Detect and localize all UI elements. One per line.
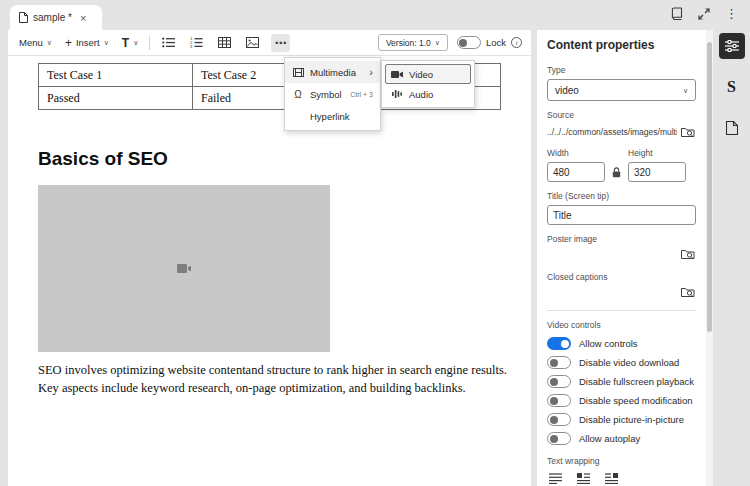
panel-scrollbar[interactable] [706,30,713,486]
text-wrapping-label: Text wrapping [547,456,696,466]
content-properties-rail-button[interactable] [719,33,745,59]
page-icon [19,12,28,23]
more-options-button[interactable]: ⋯ [271,34,290,52]
close-icon[interactable]: × [80,12,86,24]
toolbar-separator [149,36,150,50]
document-outline-icon [726,121,738,135]
document-tab[interactable]: sample * × [10,5,102,30]
chevron-down-icon: ∨ [435,39,440,46]
panel-title: Content properties [547,38,696,52]
scrollbar-thumb[interactable] [707,42,712,332]
disable-fullscreen-toggle[interactable] [547,375,571,388]
symbols-rail-button[interactable]: S [719,74,745,100]
chevron-down-icon: ∨ [683,87,688,94]
allow-autoplay-toggle[interactable] [547,432,571,445]
lock-toggle[interactable] [457,36,481,49]
toggle-row-disable-download: Disable video download [547,353,696,372]
insert-button-label: Insert [76,37,100,48]
video-icon [391,70,403,79]
poster-image-label: Poster image [547,234,696,244]
allow-controls-toggle[interactable] [547,337,571,350]
disable-download-toggle[interactable] [547,356,571,369]
submenu-item-audio[interactable]: Audio [385,84,471,104]
submenu-item-label: Audio [409,89,433,100]
toggle-label: Disable video download [579,357,679,368]
window-actions: ⋮ [671,7,738,20]
menu-item-multimedia[interactable]: Multimedia › [285,61,380,83]
submenu-item-video[interactable]: Video [385,64,471,84]
disable-speed-toggle[interactable] [547,394,571,407]
menu-button-label: Menu [19,37,43,48]
height-input[interactable] [628,162,686,182]
info-icon[interactable]: i [511,37,522,48]
menu-item-hyperlink[interactable]: Hyperlink [285,105,380,127]
browse-icon[interactable] [681,248,696,264]
right-rail: S [713,33,750,141]
menu-button[interactable]: Menu ∨ [17,34,54,52]
version-dropdown[interactable]: Version: 1.0 ∨ [378,34,448,51]
fullscreen-icon[interactable] [698,8,710,20]
toggle-row-disable-speed: Disable speed modification [547,391,696,410]
toggle-label: Allow controls [579,338,638,349]
chevron-down-icon: ∨ [104,39,109,46]
numbered-list-icon: 123 [190,37,203,48]
more-vertical-icon[interactable]: ⋮ [725,7,738,20]
table-cell[interactable]: Passed [39,87,193,110]
media-placeholder-icon [176,262,192,275]
table-icon [218,37,231,48]
more-horizontal-icon: ⋯ [275,37,287,49]
source-field: ../../../common/assets/images/multi... [547,124,696,140]
submenu-item-label: Video [409,69,433,80]
tab-bar: sample * × ⋮ [0,0,750,30]
text-format-button[interactable]: T ∨ [120,34,140,52]
menu-item-symbol[interactable]: Ω Symbol Ctrl + 3 [285,83,380,105]
editor-toolbar: Menu ∨ + Insert ∨ T ∨ 123 ⋯ Version: 1.0… [8,30,531,56]
plus-icon: + [65,37,72,49]
version-label: Version: 1.0 [386,38,431,48]
menu-item-label: Hyperlink [310,111,350,122]
document-paragraph[interactable]: SEO involves optimizing website contenta… [38,361,516,397]
disable-pip-toggle[interactable] [547,413,571,426]
table-cell[interactable]: Test Case 1 [39,64,193,87]
type-label: Type [547,65,696,75]
wrap-left-icon[interactable] [575,471,591,485]
type-select[interactable]: video ∨ [547,79,696,101]
menu-item-label: Symbol [310,89,342,100]
document-rail-button[interactable] [719,115,745,141]
menu-item-label: Multimedia [310,67,356,78]
wrap-right-icon[interactable] [603,471,619,485]
document-heading[interactable]: Basics of SEO [38,148,168,170]
source-path[interactable]: ../../../common/assets/images/multi... [547,127,677,137]
insert-table-button[interactable] [215,34,234,52]
browse-icon[interactable] [681,286,696,302]
properties-panel: Content properties Type video ∨ Source .… [537,30,706,486]
screen-tip-input[interactable] [547,205,696,225]
book-icon[interactable] [671,7,683,20]
height-field: Height [628,148,686,182]
height-label: Height [628,148,686,158]
lock-label: Lock [486,37,506,48]
bullet-list-icon [162,37,175,48]
text-format-icon: T [122,37,129,49]
wrap-inline-icon[interactable] [547,471,563,485]
insert-image-button[interactable] [243,34,262,52]
multimedia-icon [292,68,304,77]
width-input[interactable] [547,162,605,182]
toggle-row-allow-autoplay: Allow autoplay [547,429,696,448]
panel-divider [547,310,696,311]
poster-image-row [547,248,696,264]
toggle-label: Disable picture-in-picture [579,414,684,425]
multimedia-submenu: Video Audio [381,60,475,108]
lock-ratio-icon[interactable] [612,167,621,182]
bullet-list-button[interactable] [159,34,178,52]
tab-title: sample * [33,12,72,23]
document-canvas[interactable]: Test Case 1 Test Case 2 Passed Failed Ba… [8,56,531,486]
numbered-list-button[interactable]: 123 [187,34,206,52]
browse-icon[interactable] [681,126,696,139]
insert-button[interactable]: + Insert ∨ [63,34,111,52]
sliders-icon [725,40,739,52]
video-placeholder[interactable] [38,185,330,352]
video-controls-label: Video controls [547,320,696,330]
closed-captions-row [547,286,696,302]
toggle-row-disable-fullscreen: Disable fullscreen playback [547,372,696,391]
